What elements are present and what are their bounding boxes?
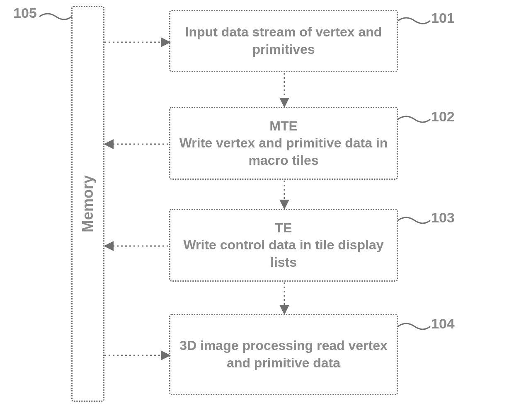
block-103-text: TE Write control data in tile display li… <box>175 220 393 271</box>
arrow-102-to-mem <box>104 140 170 148</box>
squiggle-103 <box>398 216 431 224</box>
block-102: MTE Write vertex and primitive data in m… <box>169 107 398 180</box>
squiggle-102 <box>398 115 431 123</box>
arrow-101-to-102 <box>280 73 289 107</box>
arrow-103-to-mem <box>104 242 170 250</box>
block-103: TE Write control data in tile display li… <box>169 209 398 282</box>
memory-block: Memory <box>71 6 104 402</box>
squiggle-104 <box>398 322 431 331</box>
arrow-103-to-104 <box>280 282 289 314</box>
block-101: Input data stream of vertex and primitiv… <box>169 10 398 72</box>
ref-104: 104 <box>431 316 455 332</box>
ref-102: 102 <box>431 109 455 125</box>
memory-label: Memory <box>79 175 97 232</box>
block-104-text: 3D image processing read vertex and prim… <box>175 337 393 372</box>
ref-105: 105 <box>13 5 37 21</box>
arrow-mem-to-104 <box>104 351 170 360</box>
block-101-text: Input data stream of vertex and primitiv… <box>175 24 393 58</box>
ref-101: 101 <box>431 10 455 26</box>
squiggle-105 <box>39 12 73 21</box>
ref-103: 103 <box>431 210 455 226</box>
squiggle-101 <box>398 17 431 25</box>
arrow-102-to-103 <box>280 181 289 209</box>
block-102-text: MTE Write vertex and primitive data in m… <box>175 118 393 169</box>
block-104: 3D image processing read vertex and prim… <box>169 314 398 395</box>
arrow-mem-to-101 <box>104 38 170 46</box>
